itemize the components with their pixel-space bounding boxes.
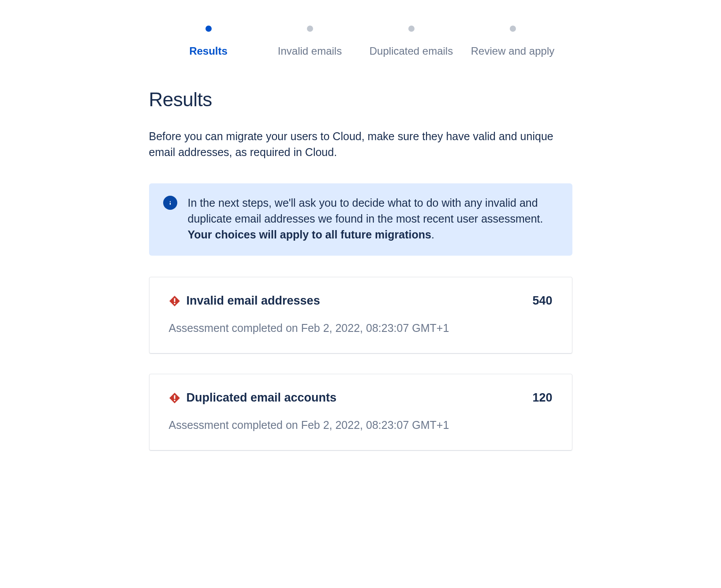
- warning-icon: [169, 295, 180, 307]
- step-label: Duplicated emails: [370, 44, 453, 58]
- svg-point-3: [174, 400, 175, 401]
- card-title-wrap: Invalid email addresses: [169, 294, 320, 308]
- info-text-part1: In the next steps, we'll ask you to deci…: [188, 197, 543, 225]
- step-dot-icon: [205, 26, 212, 32]
- step-label: Invalid emails: [278, 44, 342, 58]
- step-invalid-emails[interactable]: Invalid emails: [259, 26, 361, 58]
- card-title: Duplicated email accounts: [187, 391, 337, 405]
- card-title-wrap: Duplicated email accounts: [169, 391, 337, 405]
- info-icon: [163, 196, 177, 210]
- page-title: Results: [149, 89, 572, 111]
- card-title: Invalid email addresses: [187, 294, 320, 308]
- info-text-suffix: .: [431, 228, 434, 241]
- step-dot-icon: [307, 26, 313, 32]
- step-label: Review and apply: [471, 44, 554, 58]
- step-review-apply[interactable]: Review and apply: [462, 26, 564, 58]
- card-subtext: Assessment completed on Feb 2, 2022, 08:…: [169, 322, 553, 335]
- svg-rect-0: [174, 298, 175, 302]
- card-count: 540: [532, 294, 552, 308]
- step-duplicated-emails[interactable]: Duplicated emails: [361, 26, 462, 58]
- warning-icon: [169, 392, 180, 404]
- step-results[interactable]: Results: [158, 26, 259, 58]
- card-duplicated-emails: Duplicated email accounts 120 Assessment…: [149, 374, 572, 450]
- card-subtext: Assessment completed on Feb 2, 2022, 08:…: [169, 419, 553, 432]
- info-banner: In the next steps, we'll ask you to deci…: [149, 183, 572, 256]
- svg-rect-2: [174, 395, 175, 399]
- card-count: 120: [532, 391, 552, 405]
- intro-text: Before you can migrate your users to Clo…: [149, 128, 572, 160]
- step-dot-icon: [510, 26, 516, 32]
- info-text-bold: Your choices will apply to all future mi…: [188, 228, 431, 241]
- card-invalid-emails: Invalid email addresses 540 Assessment c…: [149, 277, 572, 354]
- stepper: Results Invalid emails Duplicated emails…: [0, 26, 721, 58]
- step-dot-icon: [408, 26, 415, 32]
- svg-point-1: [174, 303, 175, 304]
- info-banner-text: In the next steps, we'll ask you to deci…: [188, 195, 558, 243]
- card-header: Invalid email addresses 540: [169, 294, 553, 308]
- step-label: Results: [189, 44, 228, 58]
- card-header: Duplicated email accounts 120: [169, 391, 553, 405]
